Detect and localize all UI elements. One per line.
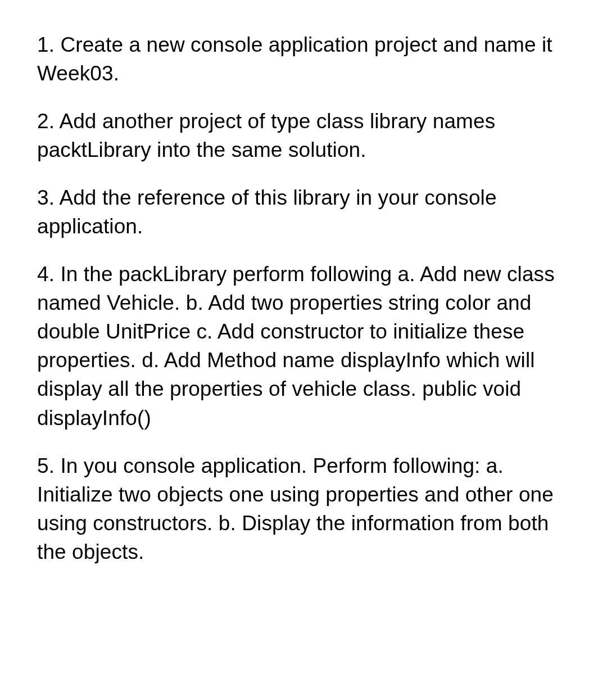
instruction-step-4: 4. In the packLibrary perform following … (37, 260, 572, 432)
instruction-step-5: 5. In you console application. Perform f… (37, 451, 572, 566)
instruction-step-3: 3. Add the reference of this library in … (37, 183, 572, 241)
instruction-step-2: 2. Add another project of type class lib… (37, 107, 572, 164)
instruction-step-1: 1. Create a new console application proj… (37, 30, 572, 88)
